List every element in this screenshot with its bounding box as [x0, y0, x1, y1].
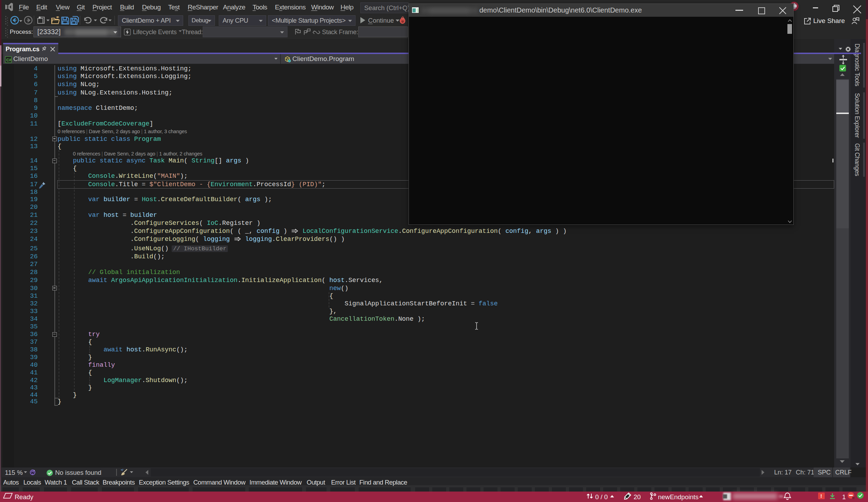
svg-text:!: ! — [821, 493, 822, 499]
svg-text:C#: C# — [6, 58, 11, 62]
